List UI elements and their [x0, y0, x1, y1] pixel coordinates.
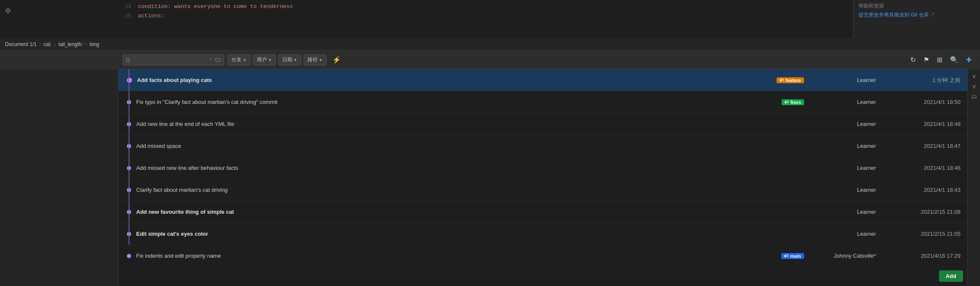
main-area: Add facts about playing cats🏷featureLear…	[0, 69, 980, 286]
commit-row[interactable]: Fix indents and edit property name🏷mainJ…	[118, 245, 967, 267]
commit-message: Add new favourite thing of simple cat	[136, 209, 808, 215]
commit-time: 2021/2/15 21:08	[876, 209, 961, 215]
gear-icon[interactable]: ⚙	[5, 7, 11, 15]
expand-icon[interactable]: ∨	[971, 72, 977, 80]
commit-time: 1 分钟 之前	[876, 76, 961, 84]
help-label: 帮助和资源	[859, 3, 975, 10]
graph-dot	[127, 78, 132, 83]
filter-btn-path[interactable]: 路径▼	[304, 54, 327, 65]
lightning-filter-btn[interactable]: ⚡	[330, 54, 343, 65]
commit-row[interactable]: Add new favourite thing of simple catLea…	[118, 201, 967, 223]
graph-line	[129, 91, 129, 113]
commit-message: Add facts about playing cats	[137, 77, 777, 83]
commit-author: Learner	[808, 165, 876, 171]
tag-icon[interactable]: ⚑	[922, 55, 931, 65]
graph-line	[129, 113, 129, 135]
add-button[interactable]: Add	[939, 270, 963, 282]
commit-message: Fix indents and edit property name	[136, 253, 781, 259]
commit-message: Fix typo in "Clarify fact about martian'…	[136, 99, 782, 105]
tag-badge-main: 🏷main	[781, 253, 804, 259]
code-content: 24condition: wants everyone to come to t…	[114, 0, 853, 38]
line-number: 25	[118, 13, 131, 19]
git-push-link[interactable]: 提交更改并将其推送到 Git 仓库 ↗	[859, 11, 975, 19]
commit-list: Add facts about playing cats🏷featureLear…	[118, 69, 967, 286]
graph-line	[129, 135, 129, 157]
sidebar-panel	[0, 69, 118, 286]
graph-line	[129, 223, 129, 245]
filter-label: 分支	[231, 56, 242, 63]
refresh-icon[interactable]: ↻	[909, 55, 917, 65]
commit-message: Add missed space	[136, 143, 808, 149]
search-box[interactable]: Q· * Cc	[123, 54, 224, 65]
filter-label: 路径	[307, 56, 318, 63]
search-icon[interactable]: 🔍	[948, 55, 960, 65]
commit-message: Clarify fact about martian's cat driving	[136, 187, 808, 193]
line-number: 24	[118, 3, 131, 9]
commit-row[interactable]: Fix typo in "Clarify fact about martian'…	[118, 91, 967, 113]
code-line: 24condition: wants everyone to come to t…	[114, 2, 853, 11]
code-area: ⚙ 24condition: wants everyone to come to…	[0, 0, 980, 38]
breadcrumb: Document 1/1›cat:›tail_length:›long	[0, 38, 980, 51]
breadcrumb-part: long	[90, 41, 99, 47]
file-tree-icon[interactable]: 🗂	[970, 92, 978, 101]
commit-time: 2021/2/15 21:05	[876, 231, 961, 237]
line-code: actions:	[138, 13, 164, 19]
commit-author: Learner	[808, 209, 876, 215]
commit-row[interactable]: Add missed spaceLearner2021/4/1 18:47	[118, 135, 967, 157]
tag-icon: 🏷	[780, 78, 784, 82]
breadcrumb-separator: ›	[54, 41, 56, 47]
commit-author: Learner	[808, 77, 876, 83]
commit-message: Add new line at the end of each YML file	[136, 121, 808, 127]
collapse-icon[interactable]: ∨	[971, 82, 977, 90]
filter-btn-branch[interactable]: 分支▼	[228, 54, 250, 65]
commit-row[interactable]: Add facts about playing cats🏷featureLear…	[118, 69, 967, 91]
graph-line	[129, 201, 129, 223]
chevron-down-icon: ▼	[294, 58, 297, 62]
commit-author: Learner	[808, 231, 876, 237]
grid-icon[interactable]: ⊞	[935, 55, 944, 65]
commit-author: Learner	[808, 99, 876, 105]
commit-time: 2021/4/16 17:29	[876, 253, 961, 259]
tag-icon: 🏷	[785, 100, 789, 104]
breadcrumb-separator: ›	[85, 41, 87, 47]
code-left-panel: ⚙	[0, 0, 114, 38]
graph-line	[129, 179, 129, 201]
chevron-down-icon: ▼	[268, 58, 272, 62]
commit-time: 2021/4/1 18:50	[876, 99, 961, 105]
tag-badge-fixes: 🏷fixes	[782, 99, 804, 105]
toolbar-icons: ↻⚑⊞🔍✚	[909, 55, 973, 65]
tag-icon: 🏷	[784, 253, 788, 258]
commit-row[interactable]: Add missed new line after behaviour fact…	[118, 157, 967, 179]
commit-author: Learner	[808, 121, 876, 127]
commit-row[interactable]: Add new line at the end of each YML file…	[118, 113, 967, 135]
commit-author: Learner	[808, 143, 876, 149]
commit-author: Learner	[808, 187, 876, 193]
regex-icon: *	[210, 57, 211, 63]
commit-author: Johnny Catsville*	[808, 253, 876, 259]
breadcrumb-separator: ›	[39, 41, 41, 47]
graph-line	[129, 69, 129, 91]
commit-message: Add missed new line after behaviour fact…	[136, 165, 808, 171]
filter-btn-user[interactable]: 用户▼	[253, 54, 276, 65]
commit-time: 2021/4/1 18:43	[876, 187, 961, 193]
filter-bar: Q· * Cc 分支▼用户▼日期▼路径▼ ⚡ ↻⚑⊞🔍✚	[0, 51, 980, 69]
commit-row[interactable]: Clarify fact about martian's cat driving…	[118, 179, 967, 201]
commit-time: 2021/4/1 18:49	[876, 121, 961, 127]
chevron-down-icon: ▼	[243, 58, 247, 62]
help-panel: 帮助和资源 提交更改并将其推送到 Git 仓库 ↗	[853, 0, 980, 38]
search-icon: Q·	[126, 57, 132, 63]
code-line: 25actions:	[114, 11, 853, 20]
graph-line	[129, 157, 129, 179]
commit-row[interactable]: Edit simple cat's eyes colorLearner2021/…	[118, 223, 967, 245]
breadcrumb-part: cat:	[44, 41, 52, 47]
case-sensitive-btn[interactable]: Cc	[215, 57, 221, 63]
right-panel: ∨ ∨ 🗂	[967, 69, 980, 286]
line-code: condition: wants everyone to come to ten…	[138, 3, 293, 10]
breadcrumb-part: tail_length:	[58, 41, 83, 47]
graph-dot	[127, 254, 131, 258]
filter-btn-date[interactable]: 日期▼	[278, 54, 301, 65]
breadcrumb-part: Document 1/1	[5, 41, 37, 47]
plus-icon[interactable]: ✚	[964, 55, 973, 65]
commit-time: 2021/4/1 18:47	[876, 143, 961, 149]
commit-message: Edit simple cat's eyes color	[136, 231, 808, 237]
